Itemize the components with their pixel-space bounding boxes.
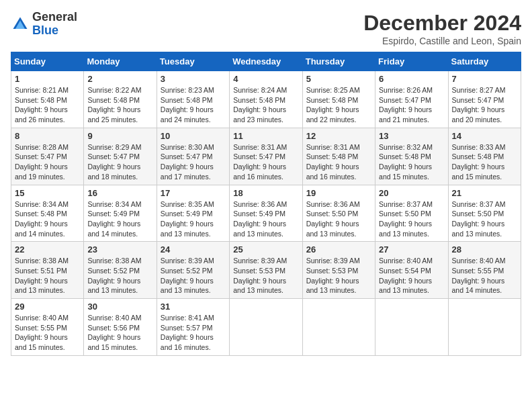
calendar-cell: 11 Sunrise: 8:31 AMSunset: 5:47 PMDaylig…: [230, 128, 302, 185]
calendar-cell: 28 Sunrise: 8:40 AMSunset: 5:55 PMDaylig…: [448, 242, 521, 299]
day-number: 8: [15, 131, 80, 141]
page-header: General Blue December 2024 Espirdo, Cast…: [11, 11, 521, 46]
calendar-cell: 2 Sunrise: 8:22 AMSunset: 5:48 PMDayligh…: [84, 71, 157, 128]
calendar-cell: 14 Sunrise: 8:33 AMSunset: 5:48 PMDaylig…: [448, 128, 521, 185]
calendar-cell: [375, 299, 448, 356]
calendar-cell: 10 Sunrise: 8:30 AMSunset: 5:47 PMDaylig…: [157, 128, 229, 185]
day-number: 7: [452, 74, 517, 84]
calendar-cell: 12 Sunrise: 8:31 AMSunset: 5:48 PMDaylig…: [302, 128, 375, 185]
day-number: 6: [379, 74, 444, 84]
day-info: Sunrise: 8:40 AMSunset: 5:55 PMDaylight:…: [15, 313, 80, 353]
calendar-cell: [302, 299, 375, 356]
day-info: Sunrise: 8:30 AMSunset: 5:47 PMDaylight:…: [161, 142, 226, 182]
calendar-cell: 31 Sunrise: 8:41 AMSunset: 5:57 PMDaylig…: [157, 299, 229, 356]
day-number: 9: [87, 131, 152, 141]
day-info: Sunrise: 8:33 AMSunset: 5:48 PMDaylight:…: [452, 142, 517, 182]
day-number: 24: [161, 244, 226, 255]
day-number: 14: [452, 131, 517, 141]
calendar-cell: 18 Sunrise: 8:36 AMSunset: 5:49 PMDaylig…: [230, 185, 302, 242]
calendar-header-row: SundayMondayTuesdayWednesdayThursdayFrid…: [11, 52, 521, 71]
day-info: Sunrise: 8:34 AMSunset: 5:49 PMDaylight:…: [87, 199, 152, 239]
day-info: Sunrise: 8:37 AMSunset: 5:50 PMDaylight:…: [452, 199, 517, 239]
location: Espirdo, Castille and Leon, Spain: [363, 36, 521, 46]
column-header-tuesday: Tuesday: [157, 52, 229, 71]
calendar-cell: 21 Sunrise: 8:37 AMSunset: 5:50 PMDaylig…: [448, 185, 521, 242]
day-number: 23: [87, 244, 152, 255]
logo-text: General Blue: [32, 11, 77, 38]
day-number: 31: [161, 302, 226, 312]
month-title: December 2024: [363, 11, 521, 36]
day-number: 12: [306, 131, 371, 141]
calendar-cell: 17 Sunrise: 8:35 AMSunset: 5:49 PMDaylig…: [157, 185, 229, 242]
calendar-week-row: 15 Sunrise: 8:34 AMSunset: 5:48 PMDaylig…: [11, 185, 521, 242]
day-number: 20: [379, 188, 444, 198]
day-info: Sunrise: 8:26 AMSunset: 5:47 PMDaylight:…: [379, 85, 444, 125]
day-info: Sunrise: 8:21 AMSunset: 5:48 PMDaylight:…: [15, 85, 80, 125]
calendar-cell: 30 Sunrise: 8:40 AMSunset: 5:56 PMDaylig…: [84, 299, 157, 356]
logo: General Blue: [11, 11, 77, 38]
day-number: 5: [306, 74, 371, 84]
day-info: Sunrise: 8:29 AMSunset: 5:47 PMDaylight:…: [87, 142, 152, 182]
day-info: Sunrise: 8:36 AMSunset: 5:49 PMDaylight:…: [233, 199, 298, 239]
day-number: 28: [452, 244, 517, 255]
calendar-week-row: 29 Sunrise: 8:40 AMSunset: 5:55 PMDaylig…: [11, 299, 521, 356]
day-number: 10: [161, 131, 226, 141]
day-info: Sunrise: 8:31 AMSunset: 5:48 PMDaylight:…: [306, 142, 371, 182]
day-info: Sunrise: 8:24 AMSunset: 5:48 PMDaylight:…: [233, 85, 298, 125]
day-info: Sunrise: 8:38 AMSunset: 5:51 PMDaylight:…: [15, 256, 80, 295]
column-header-friday: Friday: [375, 52, 448, 71]
day-info: Sunrise: 8:32 AMSunset: 5:48 PMDaylight:…: [379, 142, 444, 182]
calendar-cell: 20 Sunrise: 8:37 AMSunset: 5:50 PMDaylig…: [375, 185, 448, 242]
calendar-cell: 1 Sunrise: 8:21 AMSunset: 5:48 PMDayligh…: [11, 71, 84, 128]
day-number: 3: [161, 74, 226, 84]
calendar-table: SundayMondayTuesdayWednesdayThursdayFrid…: [11, 52, 521, 356]
day-number: 25: [233, 244, 298, 255]
calendar-cell: 29 Sunrise: 8:40 AMSunset: 5:55 PMDaylig…: [11, 299, 84, 356]
day-number: 17: [161, 188, 226, 198]
day-info: Sunrise: 8:41 AMSunset: 5:57 PMDaylight:…: [161, 313, 226, 353]
column-header-sunday: Sunday: [11, 52, 84, 71]
calendar-cell: 27 Sunrise: 8:40 AMSunset: 5:54 PMDaylig…: [375, 242, 448, 299]
day-number: 1: [15, 74, 80, 84]
day-info: Sunrise: 8:39 AMSunset: 5:53 PMDaylight:…: [306, 256, 371, 295]
calendar-cell: 13 Sunrise: 8:32 AMSunset: 5:48 PMDaylig…: [375, 128, 448, 185]
calendar-cell: 25 Sunrise: 8:39 AMSunset: 5:53 PMDaylig…: [230, 242, 302, 299]
day-number: 16: [87, 188, 152, 198]
day-info: Sunrise: 8:39 AMSunset: 5:53 PMDaylight:…: [233, 256, 298, 295]
day-number: 18: [233, 188, 298, 198]
calendar-cell: 8 Sunrise: 8:28 AMSunset: 5:47 PMDayligh…: [11, 128, 84, 185]
day-number: 30: [87, 302, 152, 312]
day-info: Sunrise: 8:31 AMSunset: 5:47 PMDaylight:…: [233, 142, 298, 182]
day-number: 22: [15, 244, 80, 255]
calendar-cell: 4 Sunrise: 8:24 AMSunset: 5:48 PMDayligh…: [230, 71, 302, 128]
day-number: 29: [15, 302, 80, 312]
day-info: Sunrise: 8:22 AMSunset: 5:48 PMDaylight:…: [87, 85, 152, 125]
day-info: Sunrise: 8:35 AMSunset: 5:49 PMDaylight:…: [161, 199, 226, 239]
calendar-cell: 16 Sunrise: 8:34 AMSunset: 5:49 PMDaylig…: [84, 185, 157, 242]
calendar-week-row: 22 Sunrise: 8:38 AMSunset: 5:51 PMDaylig…: [11, 242, 521, 299]
column-header-monday: Monday: [84, 52, 157, 71]
day-info: Sunrise: 8:40 AMSunset: 5:54 PMDaylight:…: [379, 256, 444, 295]
logo-blue: Blue: [32, 24, 58, 37]
day-number: 11: [233, 131, 298, 141]
day-info: Sunrise: 8:39 AMSunset: 5:52 PMDaylight:…: [161, 256, 226, 295]
day-info: Sunrise: 8:36 AMSunset: 5:50 PMDaylight:…: [306, 199, 371, 239]
day-number: 19: [306, 188, 371, 198]
day-number: 21: [452, 188, 517, 198]
calendar-cell: 22 Sunrise: 8:38 AMSunset: 5:51 PMDaylig…: [11, 242, 84, 299]
day-number: 27: [379, 244, 444, 255]
day-info: Sunrise: 8:25 AMSunset: 5:48 PMDaylight:…: [306, 85, 371, 125]
calendar-week-row: 8 Sunrise: 8:28 AMSunset: 5:47 PMDayligh…: [11, 128, 521, 185]
day-info: Sunrise: 8:23 AMSunset: 5:48 PMDaylight:…: [161, 85, 226, 125]
day-number: 13: [379, 131, 444, 141]
calendar-cell: 7 Sunrise: 8:27 AMSunset: 5:47 PMDayligh…: [448, 71, 521, 128]
day-number: 26: [306, 244, 371, 255]
column-header-thursday: Thursday: [302, 52, 375, 71]
day-number: 15: [15, 188, 80, 198]
column-header-wednesday: Wednesday: [230, 52, 302, 71]
calendar-cell: 3 Sunrise: 8:23 AMSunset: 5:48 PMDayligh…: [157, 71, 229, 128]
day-info: Sunrise: 8:37 AMSunset: 5:50 PMDaylight:…: [379, 199, 444, 239]
day-info: Sunrise: 8:34 AMSunset: 5:48 PMDaylight:…: [15, 199, 80, 239]
calendar-cell: 19 Sunrise: 8:36 AMSunset: 5:50 PMDaylig…: [302, 185, 375, 242]
day-info: Sunrise: 8:40 AMSunset: 5:56 PMDaylight:…: [87, 313, 152, 353]
